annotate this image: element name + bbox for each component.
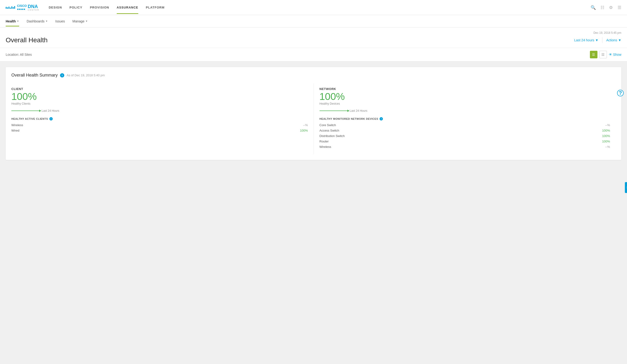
client-trend-label: Last 24 Hours (42, 109, 59, 112)
client-metrics: Wireless --% Wired 100% (11, 123, 308, 132)
network-trend-label: Last 24 Hours (350, 109, 367, 112)
nav-provision[interactable]: PROVISION (90, 1, 109, 14)
network-metrics: Core Switch --% Access Switch 100% Distr… (319, 123, 610, 149)
help-icon[interactable]: ? (617, 90, 624, 96)
network-health-column: NETWORK 100% Healthy Devices Last 24 Hou… (314, 83, 616, 154)
eye-icon: 👁 (609, 53, 612, 56)
network-metric-row: Distribution Switch 100% (319, 134, 610, 138)
nav-design[interactable]: DESIGN (49, 1, 62, 14)
network-wireless-label: Wireless (319, 145, 331, 149)
wireless-value: --% (303, 123, 308, 127)
chevron-down-icon: ▼ (85, 20, 88, 22)
main-nav: DESIGN POLICY PROVISION ASSURANCE PLATFO… (49, 1, 591, 14)
wired-value: 100% (300, 129, 308, 132)
client-metric-row: Wireless --% (11, 123, 308, 127)
location-bar: Location: All Sites ☰ ☷ 👁 Show (0, 48, 627, 61)
distribution-switch-value: 100% (602, 134, 610, 138)
view-controls: ☰ ☷ 👁 Show (590, 51, 621, 58)
core-switch-label: Core Switch (319, 123, 336, 127)
divider (602, 37, 602, 43)
search-icon[interactable]: 🔍 (591, 5, 596, 10)
nav-platform[interactable]: PLATFORM (146, 1, 164, 14)
nav-icons: 🔍 ☷ ⚙ ☰ (591, 5, 621, 10)
main-content: Overall Health Summary i As of Dec 19, 2… (0, 61, 627, 364)
network-healthy-label: Healthy Devices (319, 102, 610, 105)
router-value: 100% (602, 139, 610, 143)
network-type-label: NETWORK (319, 87, 610, 91)
client-trend-visual (11, 111, 40, 111)
nav-policy[interactable]: POLICY (69, 1, 82, 14)
network-health-percent: 100% (319, 92, 610, 102)
page-title: Overall Health (6, 36, 48, 44)
client-healthy-label: Healthy Clients (11, 102, 308, 105)
access-switch-value: 100% (602, 129, 610, 132)
sub-navigation: Health ▼ Dashboards ▼ Issues Manage ▼ (0, 15, 627, 27)
info-icon[interactable]: i (60, 73, 64, 78)
client-health-column: CLIENT 100% Healthy Clients Last 24 Hour… (11, 83, 314, 154)
timestamp-bar: Dec 19, 2018 5:45 pm (6, 31, 621, 35)
nav-assurance[interactable]: ASSURANCE (117, 1, 138, 14)
router-label: Router (319, 139, 329, 143)
gear-icon[interactable]: ⚙ (609, 5, 613, 10)
location-text: Location: All Sites (6, 53, 32, 56)
network-section-title: HEALTHY MONITORED NETWORK DEVICES i (319, 117, 610, 121)
page-header-main: Overall Health Last 24 hours ▼ Actions ▼ (6, 36, 621, 48)
subnav-manage[interactable]: Manage ▼ (73, 16, 88, 26)
access-switch-label: Access Switch (319, 129, 339, 132)
subnav-issues[interactable]: Issues (55, 16, 65, 26)
list-view-button[interactable]: ☰ (590, 51, 597, 58)
cisco-logo-bars (6, 6, 15, 9)
logo[interactable]: CISCO ■■■■■ DNA CENTER (6, 4, 39, 11)
actions-button[interactable]: Actions ▼ (606, 38, 621, 42)
client-type-label: CLIENT (11, 87, 308, 91)
chevron-down-icon: ▼ (17, 20, 19, 22)
grid-icon[interactable]: ☷ (601, 5, 604, 10)
time-filter-button[interactable]: Last 24 hours ▼ (574, 38, 599, 42)
subnav-health[interactable]: Health ▼ (6, 16, 19, 26)
client-section-info-icon[interactable]: i (50, 117, 53, 121)
network-trend-line: Last 24 Hours (319, 109, 610, 112)
make-a-wish-tab[interactable]: Make a Wish (625, 182, 627, 193)
chevron-down-icon: ▼ (595, 38, 598, 42)
network-metric-row: Access Switch 100% (319, 129, 610, 132)
map-view-button[interactable]: ☷ (599, 51, 607, 58)
core-switch-value: --% (605, 123, 610, 127)
dna-text: DNA (28, 4, 39, 9)
header-actions: Last 24 hours ▼ Actions ▼ (574, 37, 621, 43)
network-metric-row: Core Switch --% (319, 123, 610, 127)
network-metric-row: Wireless --% (319, 145, 610, 149)
network-section-info-icon[interactable]: i (379, 117, 383, 121)
network-metric-row: Router 100% (319, 139, 610, 143)
timestamp: Dec 19, 2018 5:45 pm (593, 31, 621, 35)
list-icon[interactable]: ☰ (618, 5, 621, 10)
health-summary-card: Overall Health Summary i As of Dec 19, 2… (6, 67, 621, 160)
subnav-dashboards[interactable]: Dashboards ▼ (27, 16, 48, 26)
client-health-percent: 100% (11, 92, 308, 102)
map-view-icon: ☷ (601, 53, 605, 56)
page-header: Dec 19, 2018 5:45 pm Overall Health Last… (0, 27, 627, 48)
network-trend-visual (319, 111, 348, 111)
cisco-subtext: ■■■■■ (17, 8, 27, 11)
center-text: CENTER (28, 9, 39, 11)
cisco-text: CISCO (17, 4, 27, 7)
wireless-label: Wireless (11, 123, 23, 127)
show-button[interactable]: 👁 Show (609, 53, 621, 56)
health-columns: CLIENT 100% Healthy Clients Last 24 Hour… (11, 83, 616, 154)
chevron-down-icon: ▼ (618, 38, 621, 42)
card-header: Overall Health Summary i As of Dec 19, 2… (11, 73, 616, 78)
chevron-down-icon: ▼ (45, 20, 48, 22)
as-of-text: As of Dec 19, 2018 5:40 pm (67, 73, 105, 77)
network-wireless-value: --% (605, 145, 610, 149)
top-navigation: CISCO ■■■■■ DNA CENTER DESIGN POLICY PRO… (0, 0, 627, 15)
wired-label: Wired (11, 129, 19, 132)
client-section-title: HEALTHY ACTIVE CLIENTS i (11, 117, 308, 121)
distribution-switch-label: Distribution Switch (319, 134, 345, 138)
client-metric-row: Wired 100% (11, 129, 308, 132)
card-title: Overall Health Summary (11, 73, 58, 78)
client-trend-line: Last 24 Hours (11, 109, 308, 112)
list-view-icon: ☰ (592, 53, 595, 56)
